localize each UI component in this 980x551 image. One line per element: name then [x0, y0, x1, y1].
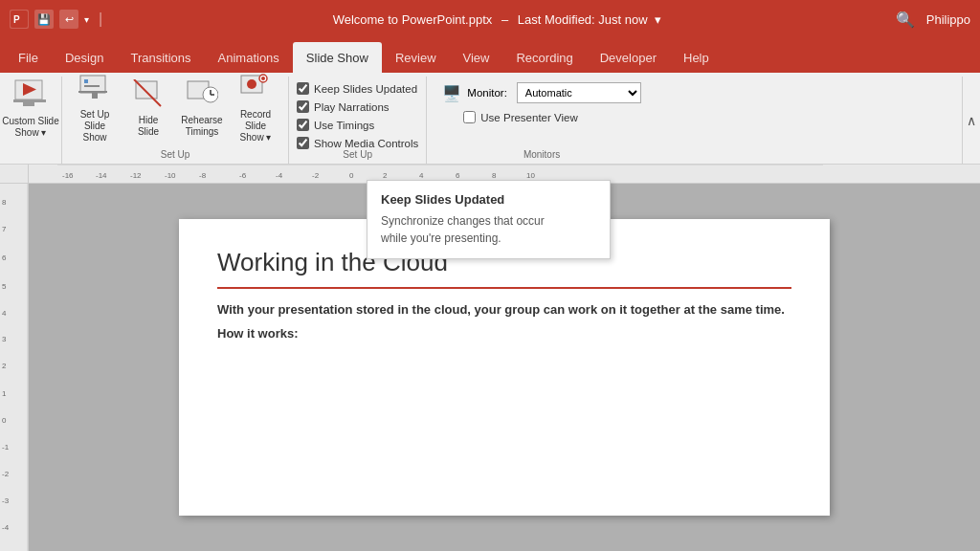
svg-text:-3: -3	[2, 496, 10, 505]
quick-access-toolbar: P 💾 ↩ ▾ |	[10, 10, 102, 29]
svg-text:4: 4	[419, 171, 424, 180]
ribbon-group-setup: Set UpSlide Show HideSlide	[62, 77, 289, 164]
monitor-select[interactable]: Automatic	[517, 82, 641, 103]
tab-view[interactable]: View	[450, 42, 503, 73]
tab-slide-show[interactable]: Slide Show	[293, 42, 382, 73]
tooltip-popup: Keep Slides Updated Synchronize changes …	[367, 180, 611, 259]
hide-slide-label: HideSlide	[138, 115, 159, 138]
slide-divider	[217, 287, 791, 289]
svg-text:8: 8	[492, 171, 497, 180]
tab-transitions[interactable]: Transitions	[117, 42, 204, 73]
tab-developer[interactable]: Developer	[587, 42, 670, 73]
svg-text:6: 6	[456, 171, 460, 180]
presenter-view-row: Use Presenter View	[442, 111, 641, 123]
vertical-ruler: 8 7 6 5 4 3 2 1 0 -1 -2 -3 -4	[0, 184, 29, 551]
custom-slide-show-label: Custom SlideShow ▾	[2, 116, 58, 139]
ribbon: Custom SlideShow ▾ Set UpSlide Show	[0, 73, 980, 165]
monitor-label: Monitor:	[467, 87, 507, 99]
svg-text:P: P	[13, 14, 20, 25]
group-label-setup: Set Up	[161, 149, 190, 160]
svg-text:2: 2	[2, 362, 7, 370]
title-bar-right: 🔍 Philippo	[892, 6, 970, 33]
svg-rect-8	[84, 85, 100, 87]
svg-point-18	[247, 79, 256, 89]
undo-icon[interactable]: ↩	[59, 10, 78, 29]
tooltip-body: Synchronize changes that occur while you…	[381, 212, 596, 247]
svg-text:3: 3	[2, 335, 7, 343]
svg-text:6: 6	[2, 253, 7, 262]
custom-slideshow-icon	[13, 78, 48, 114]
svg-text:0: 0	[2, 416, 7, 425]
play-narrations-checkbox[interactable]: Play Narrations	[297, 100, 418, 113]
record-slide-show-label: Record SlideShow ▾	[234, 109, 277, 143]
svg-rect-10	[78, 91, 107, 93]
tab-animations[interactable]: Animations	[205, 42, 293, 73]
svg-text:-8: -8	[199, 171, 207, 180]
document-title: Welcome to PowerPoint.pptx – Last Modifi…	[102, 12, 892, 27]
rehearse-timings-label: RehearseTimings	[181, 115, 222, 138]
svg-rect-7	[84, 79, 88, 83]
user-name: Philippo	[926, 12, 970, 27]
slide: Working in the Cloud With your presentat…	[179, 219, 830, 516]
svg-text:-2: -2	[2, 470, 10, 478]
svg-text:-1: -1	[2, 443, 10, 452]
hide-slide-icon	[132, 79, 165, 113]
use-presenter-view-checkbox[interactable]: Use Presenter View	[463, 111, 577, 123]
tab-help[interactable]: Help	[670, 42, 723, 73]
tab-recording[interactable]: Recording	[502, 42, 586, 73]
set-up-slide-show-label: Set UpSlide Show	[74, 109, 116, 143]
svg-rect-5	[23, 102, 34, 106]
svg-rect-4	[13, 99, 46, 102]
svg-rect-6	[80, 76, 105, 93]
ruler-corner	[0, 165, 29, 183]
svg-text:-16: -16	[62, 171, 74, 180]
tooltip-title: Keep Slides Updated	[381, 192, 596, 207]
setup-slideshow-icon	[78, 74, 111, 107]
monitor-row: 🖥️ Monitor: Automatic	[442, 82, 641, 103]
hide-slide-button[interactable]: HideSlide	[123, 77, 173, 140]
svg-text:5: 5	[2, 282, 7, 291]
svg-text:-4: -4	[276, 171, 283, 180]
svg-text:-6: -6	[239, 171, 247, 180]
use-timings-checkbox[interactable]: Use Timings	[297, 119, 418, 131]
svg-text:-14: -14	[96, 171, 107, 180]
ppt-logo-icon: P	[10, 10, 29, 29]
ribbon-group-monitors: 🖥️ Monitor: Automatic Use Presenter View…	[427, 77, 657, 164]
svg-text:7: 7	[2, 225, 7, 233]
svg-text:0: 0	[349, 171, 354, 180]
ribbon-group-checkboxes: Keep Slides Updated Play Narrations Use …	[289, 77, 427, 164]
ribbon-tabs: File Design Transitions Animations Slide…	[0, 38, 980, 73]
svg-text:10: 10	[526, 171, 535, 180]
svg-rect-9	[92, 93, 98, 99]
svg-point-20	[261, 77, 265, 80]
tab-file[interactable]: File	[5, 42, 52, 73]
group-label-setup2: Set Up	[343, 149, 372, 160]
slide-body-label: How it works:	[217, 326, 791, 341]
tab-design[interactable]: Design	[52, 42, 117, 73]
svg-text:-12: -12	[130, 171, 142, 180]
rehearse-timings-icon	[186, 79, 218, 113]
ribbon-group-custom: Custom SlideShow ▾	[0, 77, 62, 164]
save-icon[interactable]: 💾	[34, 10, 54, 29]
record-slide-show-button[interactable]: Record SlideShow ▾	[231, 77, 280, 140]
tab-review[interactable]: Review	[382, 42, 450, 73]
show-media-controls-checkbox[interactable]: Show Media Controls	[297, 137, 418, 149]
group-label-monitors: Monitors	[523, 149, 560, 160]
svg-text:-10: -10	[165, 171, 176, 180]
record-slideshow-icon	[239, 74, 272, 107]
custom-slide-show-button[interactable]: Custom SlideShow ▾	[6, 77, 56, 140]
quick-access-dropdown[interactable]: ▾	[84, 14, 89, 25]
svg-text:1: 1	[2, 389, 7, 398]
monitor-icon: 🖥️	[442, 84, 461, 102]
keep-slides-updated-checkbox[interactable]: Keep Slides Updated	[297, 82, 418, 95]
svg-text:8: 8	[2, 198, 7, 207]
ribbon-collapse-button[interactable]: ∧	[962, 77, 980, 164]
svg-text:2: 2	[383, 171, 388, 180]
svg-text:4: 4	[2, 309, 7, 318]
set-up-slide-show-button[interactable]: Set UpSlide Show	[70, 77, 120, 140]
search-icon[interactable]: 🔍	[892, 6, 919, 33]
svg-text:-4: -4	[2, 523, 10, 532]
rehearse-timings-button[interactable]: RehearseTimings	[177, 77, 227, 140]
svg-text:-2: -2	[312, 171, 320, 180]
slide-body: With your presentation stored in the clo…	[217, 302, 791, 317]
